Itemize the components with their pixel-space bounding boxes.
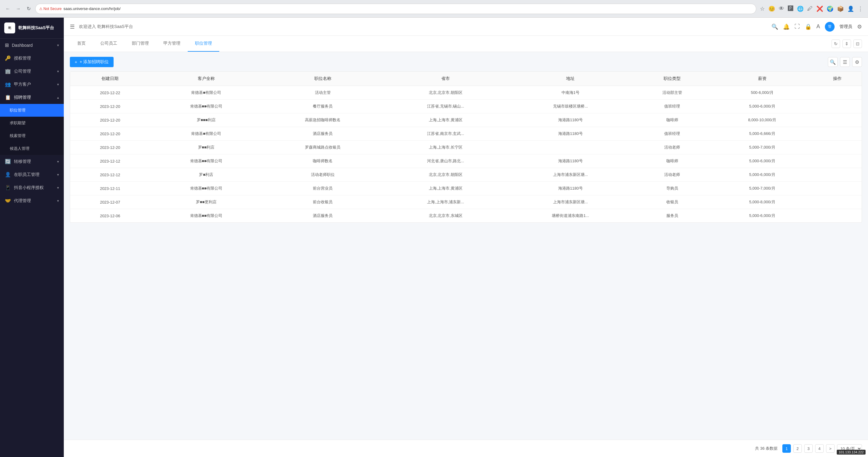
forward-button[interactable]: →: [14, 5, 23, 13]
cell-address: 上海市浦东新区塘...: [508, 168, 633, 182]
sidebar-item-clue[interactable]: 线索管理: [0, 129, 64, 142]
logo-icon: 乾: [4, 23, 15, 33]
sidebar-item-job[interactable]: 职位管理: [0, 104, 64, 117]
logo-text: 乾舞科技SaaS平台: [18, 25, 54, 31]
cell-client: 肯德基■有限公司: [150, 127, 262, 141]
not-secure-indicator: ⚠ Not Secure: [39, 7, 62, 11]
sidebar-item-tiktok[interactable]: 📱 抖音小程序授权 ▾: [0, 181, 64, 194]
extension3-icon[interactable]: 🌐: [796, 4, 805, 13]
menu-icon[interactable]: ⋮: [857, 4, 864, 13]
table-row[interactable]: 2023-12-06肯德基■■有限公司酒店服务员北京,北京市,东城区塘桥街道浦东…: [70, 209, 862, 223]
extension1-icon[interactable]: 👁: [777, 4, 785, 13]
hamburger-icon[interactable]: ☰: [70, 23, 75, 30]
expand-icon[interactable]: ⇕: [842, 39, 851, 48]
avatar: 管: [825, 22, 835, 32]
cell-job: 酒店服务员: [262, 209, 383, 223]
cell-type: 导购员: [633, 182, 712, 195]
search-icon[interactable]: 🔍: [771, 23, 778, 30]
address-bar[interactable]: ⚠ Not Secure saas.universe-dance.com/hr/…: [35, 4, 756, 14]
tab-home[interactable]: 首页: [70, 36, 93, 52]
back-button[interactable]: ←: [4, 5, 12, 13]
table-row[interactable]: 2023-12-20肯德基■■有限公司餐厅服务员江苏省,无锡市,锡山...无锡市…: [70, 100, 862, 113]
lock-icon[interactable]: 🔒: [805, 23, 811, 30]
cell-date: 2023-12-12: [70, 168, 150, 182]
bell-icon[interactable]: 🔔: [783, 23, 789, 30]
bookmark-icon[interactable]: ☆: [759, 4, 766, 13]
cell-job: 酒店服务员: [262, 127, 383, 141]
app-container: 乾 乾舞科技SaaS平台 ⊞ Dashboard ▾ 🔑 授权管理 🏢 公司管理…: [0, 18, 868, 457]
profile-icon[interactable]: 😊: [767, 4, 776, 13]
cell-salary: 5,000-6,000/月: [712, 100, 813, 113]
cell-salary: 5,000-7,000/月: [712, 182, 813, 195]
extension6-icon[interactable]: 🌍: [826, 4, 835, 13]
cell-action: [813, 195, 862, 209]
page-3-button[interactable]: 3: [804, 444, 813, 453]
cell-date: 2023-12-07: [70, 195, 150, 209]
sidebar-item-agent[interactable]: 🤝 代理管理 ▾: [0, 194, 64, 207]
cell-province: 上海,上海市,浦东新...: [383, 195, 508, 209]
sidebar-item-client[interactable]: 👥 甲方客户 ▾: [0, 78, 64, 91]
search-toolbar-icon[interactable]: 🔍: [828, 57, 838, 67]
page-2-button[interactable]: 2: [793, 444, 802, 453]
sidebar-sub-label: 职位管理: [10, 108, 26, 113]
sidebar-item-employee[interactable]: 👤 在职员工管理 ▾: [0, 168, 64, 181]
extension8-icon[interactable]: 👤: [846, 4, 855, 13]
cell-province: 河北省,唐山市,路北...: [383, 154, 508, 168]
page-body: + + 添加招聘职位 🔍 ☰ ⚙ 创建日期: [64, 52, 868, 440]
tab-client-mgmt[interactable]: 甲方管理: [156, 36, 188, 52]
sidebar-item-candidate[interactable]: 候选人管理: [0, 142, 64, 155]
cell-address: 海港路1180号: [508, 154, 633, 168]
extension7-icon[interactable]: 📦: [836, 4, 845, 13]
settings-toolbar-icon[interactable]: ⚙: [852, 57, 862, 67]
tab-job-mgmt[interactable]: 职位管理: [188, 36, 219, 52]
layout-icon[interactable]: ⊡: [854, 39, 862, 48]
cell-salary: 5,000-6,000/月: [712, 209, 813, 223]
cell-date: 2023-12-06: [70, 209, 150, 223]
tab-dept[interactable]: 部门管理: [125, 36, 156, 52]
table-row[interactable]: 2023-12-07罗■■更利店前台收银员上海,上海市,浦东新...上海市浦东新…: [70, 195, 862, 209]
tab-employees[interactable]: 公司员工: [93, 36, 125, 52]
cell-type: 活动老师: [633, 168, 712, 182]
refresh-icon[interactable]: ↻: [832, 39, 840, 48]
ip-badge: 101.133.134.222: [837, 450, 866, 455]
cell-client: 肯德基■■有限公司: [150, 154, 262, 168]
table-row[interactable]: 2023-12-20肯德基■有限公司酒店服务员江苏省,南京市,玄武...海港路1…: [70, 127, 862, 141]
cell-province: 北京,北京市,东城区: [383, 209, 508, 223]
cell-address: [508, 141, 633, 154]
table-row[interactable]: 2023-12-11肯德基■■有限公司前台营业员上海,上海市,黄浦区海港路118…: [70, 182, 862, 195]
fullscreen-icon[interactable]: ⛶: [795, 23, 800, 30]
table-row[interactable]: 2023-12-12肯德基■■有限公司咖啡师数名河北省,唐山市,路北...海港路…: [70, 154, 862, 168]
extension4-icon[interactable]: 🖊: [806, 4, 814, 13]
cell-salary: 5,000-6,000/月: [712, 168, 813, 182]
page-4-button[interactable]: 4: [815, 444, 824, 453]
table-row[interactable]: 2023-12-20罗■■■利店高薪急招咖啡师数名上海,上海市,黄浦区海港路11…: [70, 113, 862, 127]
sidebar-item-company[interactable]: 🏢 公司管理 ▾: [0, 65, 64, 78]
table-row[interactable]: 2023-12-22肯德基■有限公司活动主管北京,北京市,朝阳区中南海1号活动部…: [70, 86, 862, 100]
filter-toolbar-icon[interactable]: ☰: [840, 57, 850, 67]
col-job: 职位名称: [262, 72, 383, 86]
cell-job: 餐厅服务员: [262, 100, 383, 113]
cell-date: 2023-12-12: [70, 154, 150, 168]
sidebar-item-label: 在职员工管理: [14, 172, 39, 178]
sidebar-item-transfer[interactable]: 🔄 转移管理 ▾: [0, 155, 64, 168]
sidebar-item-dashboard[interactable]: ⊞ Dashboard ▾: [0, 39, 64, 52]
extension2-icon[interactable]: 🅿: [786, 4, 795, 13]
sidebar-item-expect[interactable]: 求职期望: [0, 117, 64, 129]
table-row[interactable]: 2023-12-12罗■利店活动老师职位北京,北京市,朝阳区上海市浦东新区塘..…: [70, 168, 862, 182]
cell-job: 活动老师职位: [262, 168, 383, 182]
translate-icon[interactable]: A: [816, 23, 820, 30]
sidebar-item-recruit[interactable]: 📋 招聘管理 ▴: [0, 91, 64, 104]
add-job-button[interactable]: + + 添加招聘职位: [70, 57, 114, 67]
table-header: 创建日期 客户全称 职位名称 省市 地址 职位类型 薪资 操作: [70, 72, 862, 86]
page-1-button[interactable]: 1: [782, 444, 791, 453]
next-page-button[interactable]: >: [826, 444, 835, 453]
cell-province: 北京,北京市,朝阳区: [383, 86, 508, 100]
reload-button[interactable]: ↻: [24, 5, 33, 13]
table-row[interactable]: 2023-12-20罗■■利店罗森商城路点收银员上海,上海市,长宁区活动老师5,…: [70, 141, 862, 154]
cell-action: [813, 209, 862, 223]
settings-icon[interactable]: ⚙: [857, 23, 862, 30]
extension5-icon[interactable]: ❌: [815, 4, 824, 13]
cell-type: 值班经理: [633, 127, 712, 141]
sidebar-item-auth[interactable]: 🔑 授权管理: [0, 52, 64, 65]
chevron-down-icon: ▾: [57, 173, 59, 177]
